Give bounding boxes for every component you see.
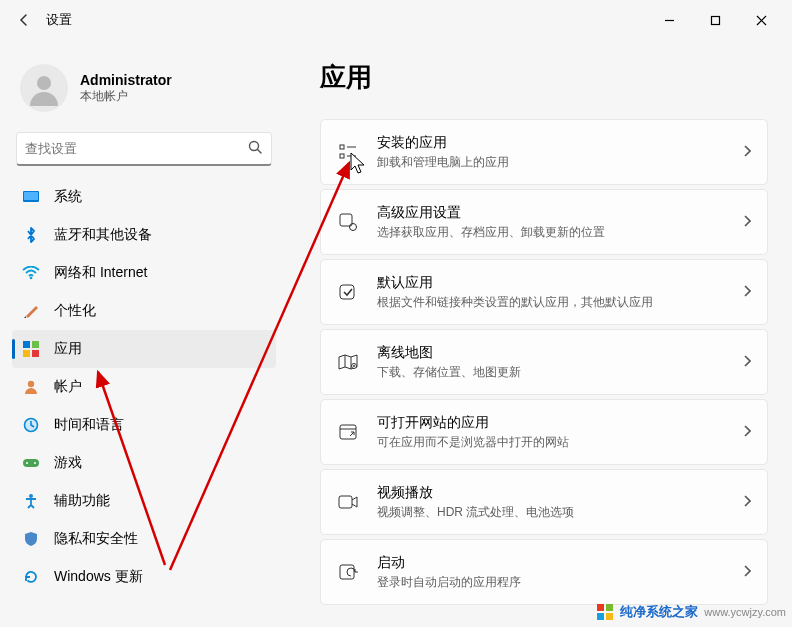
- default-icon: [337, 281, 359, 303]
- nav-item-wifi[interactable]: 网络和 Internet: [12, 254, 276, 292]
- nav-item-bluetooth[interactable]: 蓝牙和其他设备: [12, 216, 276, 254]
- svg-rect-12: [23, 350, 30, 357]
- card-websites[interactable]: 可打开网站的应用可在应用而不是浏览器中打开的网站: [320, 399, 768, 465]
- card-subtitle: 下载、存储位置、地图更新: [377, 364, 743, 381]
- nav-item-label: Windows 更新: [54, 568, 143, 586]
- nav-item-gaming[interactable]: 游戏: [12, 444, 276, 482]
- minimize-button[interactable]: [646, 4, 692, 36]
- video-icon: [337, 491, 359, 513]
- nav-item-user[interactable]: 帐户: [12, 368, 276, 406]
- card-subtitle: 视频调整、HDR 流式处理、电池选项: [377, 504, 743, 521]
- window-controls: [646, 4, 784, 36]
- page-title: 应用: [320, 60, 768, 95]
- card-subtitle: 登录时自动启动的应用程序: [377, 574, 743, 591]
- svg-rect-13: [32, 350, 39, 357]
- nav-list: 系统蓝牙和其他设备网络和 Internet个性化应用帐户时间和语言游戏辅助功能隐…: [12, 178, 276, 627]
- maximize-button[interactable]: [692, 4, 738, 36]
- nav-item-label: 系统: [54, 188, 82, 206]
- main-panel: 应用 安装的应用卸载和管理电脑上的应用高级应用设置选择获取应用、存档应用、卸载更…: [284, 40, 792, 627]
- clock-icon: [22, 416, 40, 434]
- svg-rect-30: [339, 496, 352, 508]
- nav-item-label: 网络和 Internet: [54, 264, 147, 282]
- card-maps[interactable]: 离线地图下载、存储位置、地图更新: [320, 329, 768, 395]
- back-button[interactable]: [8, 4, 40, 36]
- websites-icon: [337, 421, 359, 443]
- chevron-right-icon: [743, 353, 751, 371]
- svg-point-19: [29, 494, 33, 498]
- chevron-right-icon: [743, 423, 751, 441]
- svg-rect-26: [340, 285, 354, 299]
- svg-rect-8: [24, 192, 38, 200]
- advanced-icon: [337, 211, 359, 233]
- card-title: 安装的应用: [377, 134, 743, 152]
- nav-item-clock[interactable]: 时间和语言: [12, 406, 276, 444]
- card-startup[interactable]: 启动登录时自动启动的应用程序: [320, 539, 768, 605]
- nav-item-label: 蓝牙和其他设备: [54, 226, 152, 244]
- nav-item-system[interactable]: 系统: [12, 178, 276, 216]
- card-installed[interactable]: 安装的应用卸载和管理电脑上的应用: [320, 119, 768, 185]
- card-subtitle: 根据文件和链接种类设置的默认应用，其他默认应用: [377, 294, 743, 311]
- card-advanced[interactable]: 高级应用设置选择获取应用、存档应用、卸载更新的位置: [320, 189, 768, 255]
- chevron-right-icon: [743, 143, 751, 161]
- card-title: 离线地图: [377, 344, 743, 362]
- svg-point-25: [350, 224, 357, 231]
- nav-item-apps[interactable]: 应用: [12, 330, 276, 368]
- brush-icon: [22, 302, 40, 320]
- chevron-right-icon: [743, 563, 751, 581]
- search-icon: [248, 140, 263, 158]
- card-title: 默认应用: [377, 274, 743, 292]
- svg-point-4: [37, 76, 51, 90]
- startup-icon: [337, 561, 359, 583]
- user-icon: [22, 378, 40, 396]
- installed-icon: [337, 141, 359, 163]
- chevron-right-icon: [743, 283, 751, 301]
- svg-point-17: [26, 462, 28, 464]
- avatar: [20, 64, 68, 112]
- nav-item-label: 时间和语言: [54, 416, 124, 434]
- card-title: 视频播放: [377, 484, 743, 502]
- privacy-icon: [22, 530, 40, 548]
- search-box[interactable]: [16, 132, 272, 166]
- svg-rect-37: [606, 613, 613, 620]
- svg-rect-21: [340, 154, 344, 158]
- chevron-right-icon: [743, 493, 751, 511]
- card-default[interactable]: 默认应用根据文件和链接种类设置的默认应用，其他默认应用: [320, 259, 768, 325]
- nav-item-label: 帐户: [54, 378, 82, 396]
- apps-icon: [22, 340, 40, 358]
- svg-line-6: [258, 149, 262, 153]
- user-type: 本地帐户: [80, 88, 172, 105]
- nav-item-label: 游戏: [54, 454, 82, 472]
- svg-rect-35: [606, 604, 613, 611]
- svg-rect-11: [32, 341, 39, 348]
- nav-item-access[interactable]: 辅助功能: [12, 482, 276, 520]
- svg-rect-10: [23, 341, 30, 348]
- svg-point-9: [30, 277, 33, 280]
- watermark-brand: 纯净系统之家: [620, 603, 698, 621]
- user-name: Administrator: [80, 72, 172, 88]
- svg-point-18: [34, 462, 36, 464]
- sidebar: Administrator 本地帐户 系统蓝牙和其他设备网络和 Internet…: [0, 40, 284, 627]
- card-video[interactable]: 视频播放视频调整、HDR 流式处理、电池选项: [320, 469, 768, 535]
- svg-rect-1: [711, 16, 719, 24]
- watermark-url: www.ycwjzy.com: [704, 606, 786, 618]
- access-icon: [22, 492, 40, 510]
- card-subtitle: 选择获取应用、存档应用、卸载更新的位置: [377, 224, 743, 241]
- title-bar: 设置: [0, 0, 792, 40]
- nav-item-label: 个性化: [54, 302, 96, 320]
- close-button[interactable]: [738, 4, 784, 36]
- nav-item-update[interactable]: Windows 更新: [12, 558, 276, 596]
- wifi-icon: [22, 264, 40, 282]
- account-block[interactable]: Administrator 本地帐户: [20, 64, 268, 112]
- svg-rect-34: [597, 604, 604, 611]
- nav-item-brush[interactable]: 个性化: [12, 292, 276, 330]
- cards-list: 安装的应用卸载和管理电脑上的应用高级应用设置选择获取应用、存档应用、卸载更新的位…: [320, 119, 768, 605]
- system-icon: [22, 188, 40, 206]
- card-title: 高级应用设置: [377, 204, 743, 222]
- gaming-icon: [22, 454, 40, 472]
- back-arrow-icon: [16, 12, 32, 28]
- watermark: 纯净系统之家 www.ycwjzy.com: [596, 603, 786, 621]
- svg-rect-36: [597, 613, 604, 620]
- bluetooth-icon: [22, 226, 40, 244]
- nav-item-privacy[interactable]: 隐私和安全性: [12, 520, 276, 558]
- search-input[interactable]: [25, 141, 248, 156]
